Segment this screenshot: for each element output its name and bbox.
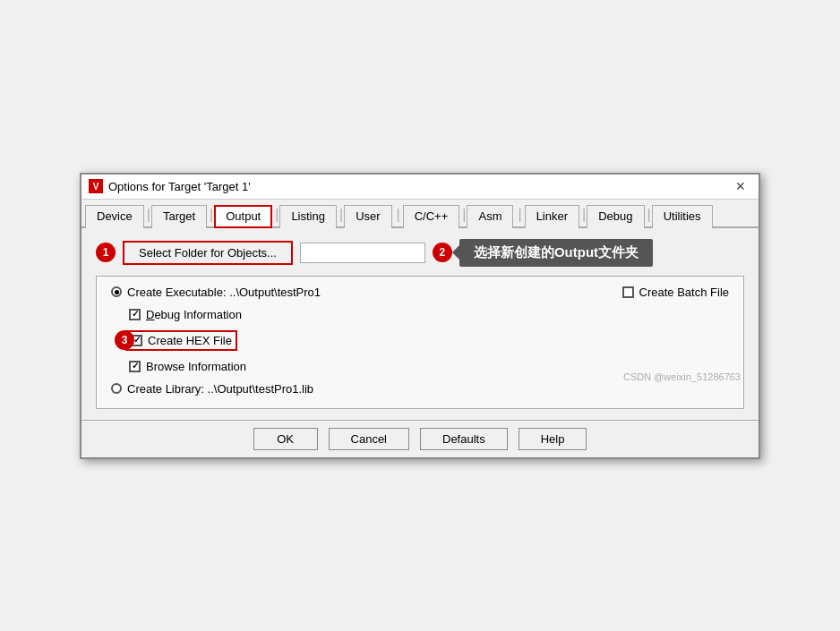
create-batch-row: Create Batch File (622, 286, 729, 299)
app-icon: V (89, 179, 103, 193)
browse-info-label: Browse Information (146, 360, 246, 373)
defaults-button[interactable]: Defaults (420, 428, 508, 450)
debug-info-underline: Debug Information (146, 308, 242, 321)
tab-linker[interactable]: Linker (525, 205, 579, 228)
tab-debug[interactable]: Debug (587, 205, 644, 228)
tab-target[interactable]: Target (151, 205, 207, 228)
step-1-badge: 1 (96, 243, 116, 262)
create-library-label: Create Library: ..\Output\testPro1.lib (127, 382, 313, 396)
ok-button[interactable]: OK (253, 428, 318, 450)
title-bar-left: V Options for Target 'Target 1' (89, 179, 251, 193)
options-group: Create Batch File Create Executable: ..\… (96, 276, 744, 409)
dialog-title: Options for Target 'Target 1' (108, 180, 251, 193)
hex-row-wrapper: 3 Create HEX File (125, 330, 729, 351)
content-area: 1 Select Folder for Objects... 2 选择新创建的O… (81, 228, 759, 420)
browse-info-checkbox[interactable] (129, 361, 141, 372)
create-hex-label: Create HEX File (148, 334, 232, 347)
create-batch-checkbox[interactable] (622, 286, 634, 298)
step-3-badge: 3 (115, 330, 134, 350)
cancel-button[interactable]: Cancel (329, 428, 409, 450)
watermark: CSDN @weixin_51286763 (623, 371, 741, 382)
tab-device[interactable]: Device (85, 205, 144, 228)
tab-utilities[interactable]: Utilities (652, 205, 713, 228)
create-executable-label: Create Executable: ..\Output\testPro1 (127, 286, 321, 299)
close-button[interactable]: ✕ (730, 177, 751, 195)
title-bar: V Options for Target 'Target 1' ✕ (81, 175, 759, 200)
bottom-bar: OK Cancel Defaults Help (81, 420, 759, 457)
debug-info-row: Debug Information (129, 308, 729, 321)
debug-info-label: Debug Information (146, 308, 242, 321)
create-batch-label: Create Batch File (639, 286, 729, 299)
tab-listing[interactable]: Listing (279, 205, 337, 228)
tab-cpp[interactable]: C/C++ (403, 205, 460, 228)
folder-path-input[interactable] (300, 243, 425, 263)
select-folder-button[interactable]: Select Folder for Objects... (123, 241, 293, 265)
tab-asm[interactable]: Asm (467, 205, 513, 228)
hex-file-row: Create HEX File (125, 330, 237, 351)
tooltip-text: 选择新创建的Output文件夹 (474, 244, 639, 261)
help-button[interactable]: Help (519, 428, 587, 450)
create-library-row: Create Library: ..\Output\testPro1.lib (111, 382, 729, 396)
tab-user[interactable]: User (344, 205, 391, 228)
dialog: V Options for Target 'Target 1' ✕ Device… (80, 173, 760, 459)
create-executable-radio[interactable] (111, 286, 122, 297)
create-library-radio[interactable] (111, 383, 122, 394)
step-2-badge: 2 (433, 243, 452, 262)
debug-info-checkbox[interactable] (129, 309, 141, 320)
tab-bar: Device | Target | Output | Listing | Use… (81, 200, 759, 228)
tab-output[interactable]: Output (214, 205, 272, 228)
top-row: 1 Select Folder for Objects... 2 选择新创建的O… (96, 239, 744, 267)
tooltip-box: 选择新创建的Output文件夹 (459, 239, 653, 267)
